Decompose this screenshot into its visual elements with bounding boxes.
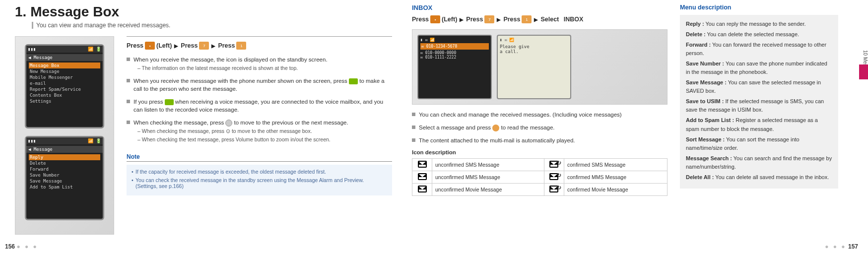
page-title: 1. Message Box	[15, 4, 392, 20]
icon-description-title: Icon description	[412, 149, 668, 155]
note-body: If the capacity for received message is …	[127, 165, 392, 195]
menu-item: Add to Spam List : Register a selected m…	[686, 116, 832, 133]
title-number: 1.	[15, 4, 26, 19]
right-page: INBOX Press • (Left) ▶ Press 7 ▶ Press 1…	[407, 4, 838, 249]
softkey-icon: •	[430, 15, 440, 23]
title-text: Message Box	[30, 4, 119, 19]
sms-unconfirmed-icon	[418, 161, 427, 168]
table-row: unconfirmed MMS Message confirmed MMS Me…	[412, 171, 668, 184]
menu-item: Sort Message : You can sort the message …	[686, 135, 832, 152]
note-item: If the capacity for received message is …	[132, 169, 387, 175]
menu-description-title: Menu description	[680, 4, 838, 11]
note-item: You can check the received message in th…	[132, 177, 387, 189]
table-row: unconfirmed Movie Message confirmed Movi…	[412, 184, 668, 196]
inbox-screenshot-read: ▮ ✉ 📶 Please give a call.	[497, 35, 571, 99]
key-1-icon: 1	[236, 42, 246, 50]
menu-item: Delete All : You can delete all saved me…	[686, 173, 832, 182]
step-press-2: Press	[181, 42, 198, 49]
arrow-icon: ▶	[211, 43, 215, 49]
sub-item: When checking the text message, press Vo…	[134, 136, 392, 143]
menu-item: Save to USIM : If the selected message i…	[686, 97, 832, 114]
bullet-item: If you press when receiving a voice mess…	[127, 98, 392, 114]
inbox-heading: INBOX	[412, 4, 668, 11]
menu-item: Save Message : You can save the selected…	[686, 78, 832, 95]
call-key-icon	[165, 99, 174, 105]
subtitle: You can view and manage the received mes…	[32, 22, 392, 29]
sub-item: The information on the latest message re…	[134, 64, 392, 72]
nav-key-icon	[225, 120, 232, 126]
step-left: (Left)	[156, 42, 172, 49]
call-key-icon	[349, 78, 358, 84]
menu-item: Reply : You can reply the message to the…	[686, 20, 832, 28]
icon-description-table: unconfirmed SMS Message confirmed SMS Me…	[412, 158, 668, 196]
menu-item: Message Search : You can search and find…	[686, 154, 832, 171]
mms-confirmed-icon	[549, 173, 558, 180]
bullet-item: When you receive the messsage with the p…	[127, 77, 392, 93]
chapter-tab: 10 Message	[859, 35, 868, 89]
movie-unconfirmed-icon	[418, 186, 427, 192]
menu-item: Save Number : You can save the phone num…	[686, 60, 832, 76]
phone-screenshot-1: ▮▮▮📶 🔋 ◀ Message Message Box New Message…	[25, 44, 104, 128]
bullet-item: Select a message and press to read the m…	[412, 124, 668, 131]
page-number-left: 156 ● ● ●	[5, 243, 38, 250]
menu-item: Forward : You can forward the received m…	[686, 41, 832, 58]
inbox-screenshots: ▮ ✉ 📶 ✉ 010-1234-5678 ✉ 010-0000-0000 ✉ …	[412, 29, 668, 105]
left-page: 1. Message Box You can view and manage t…	[15, 4, 407, 249]
ok-key-icon	[492, 125, 499, 131]
table-row: unconfirmed SMS Message confirmed SMS Me…	[412, 159, 668, 171]
arrow-icon: ▶	[534, 17, 538, 22]
inbox-screenshot-list: ▮ ✉ 📶 ✉ 010-1234-5678 ✉ 010-0000-0000 ✉ …	[417, 35, 492, 99]
mms-unconfirmed-icon	[418, 173, 427, 180]
step-press-1: Press	[127, 42, 143, 49]
chapter-tab-accent	[859, 64, 868, 79]
phone-screenshot-2: ▮▮▮📶 🔋 ◀ Message Reply Delete Forward Sa…	[25, 136, 104, 220]
step-sequence-inbox: Press • (Left) ▶ Press 7 ▶ Press 1 ▶ Sel…	[412, 15, 668, 23]
note-title: Note	[127, 153, 392, 162]
bullet-item: When checking the message, press to move…	[127, 119, 392, 143]
key-7-icon: 7	[199, 42, 209, 50]
sub-item: When checking the message, press ⊙ to mo…	[134, 127, 392, 135]
bullet-item: The content attached to the multi-mail i…	[412, 136, 668, 144]
bullet-item: When you receive the message, the icon i…	[127, 56, 392, 72]
inbox-bullets: You can check and manage the received me…	[412, 111, 668, 144]
instruction-list: When you receive the message, the icon i…	[127, 56, 392, 143]
step-sequence: Press • (Left) ▶ Press 7 ▶ Press 1	[127, 42, 392, 50]
bullet-item: You can check and manage the received me…	[412, 111, 668, 119]
arrow-icon: ▶	[460, 17, 464, 22]
phone-preview-column: ▮▮▮📶 🔋 ◀ Message Message Box New Message…	[15, 36, 114, 235]
arrow-icon: ▶	[174, 43, 178, 49]
softkey-icon: •	[145, 42, 155, 50]
menu-item: Delete : You can delete the selected mes…	[686, 30, 832, 39]
arrow-icon: ▶	[497, 17, 501, 22]
menu-description-box: Reply : You can reply the message to the…	[680, 15, 838, 189]
step-press-3: Press	[218, 42, 235, 49]
key-1-icon: 1	[522, 15, 532, 23]
note-section: Note If the capacity for received messag…	[127, 153, 392, 195]
key-7-icon: 7	[484, 15, 494, 23]
movie-confirmed-icon	[549, 186, 558, 192]
instruction-column: Press • (Left) ▶ Press 7 ▶ Press 1 When …	[127, 36, 392, 235]
sms-confirmed-icon	[549, 161, 558, 168]
page-number-right: ● ● ● 157	[825, 243, 858, 250]
